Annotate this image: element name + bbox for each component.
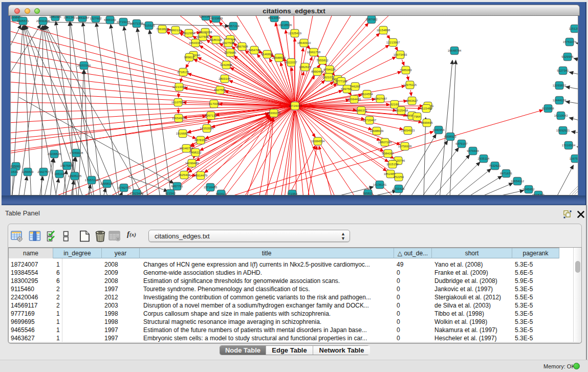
svg-text:7632621: 7632621 xyxy=(489,164,501,167)
svg-text:9777169: 9777169 xyxy=(335,80,347,83)
svg-text:1156819: 1156819 xyxy=(22,170,34,173)
svg-text:145194: 145194 xyxy=(54,172,65,176)
svg-text:1362615: 1362615 xyxy=(299,65,311,69)
svg-text:8186328: 8186328 xyxy=(210,38,222,41)
svg-text:8938923: 8938923 xyxy=(444,135,456,138)
svg-text:9457791: 9457791 xyxy=(171,185,183,188)
svg-text:9115460: 9115460 xyxy=(421,107,433,110)
svg-text:8454749: 8454749 xyxy=(248,49,260,52)
svg-text:9242848: 9242848 xyxy=(220,63,232,67)
svg-text:26053346: 26053346 xyxy=(77,64,91,67)
svg-text:25300275: 25300275 xyxy=(267,112,281,115)
svg-text:12213967: 12213967 xyxy=(386,41,400,44)
svg-text:5498222: 5498222 xyxy=(189,151,202,154)
svg-text:8427552: 8427552 xyxy=(214,89,226,92)
svg-text:9327503: 9327503 xyxy=(197,35,209,38)
svg-text:10973493: 10973493 xyxy=(394,53,407,56)
svg-text:15716485: 15716485 xyxy=(204,186,217,189)
svg-text:14099489: 14099489 xyxy=(185,162,199,165)
svg-text:7964: 7964 xyxy=(413,115,421,118)
svg-text:17957225: 17957225 xyxy=(85,179,99,182)
svg-text:10807487: 10807487 xyxy=(374,97,387,100)
svg-text:921542: 921542 xyxy=(165,192,176,195)
svg-text:16648784: 16648784 xyxy=(448,49,462,52)
svg-text:16154808: 16154808 xyxy=(377,29,390,32)
svg-text:7663822: 7663822 xyxy=(156,28,168,31)
svg-text:2867608: 2867608 xyxy=(236,45,248,48)
svg-text:16782759: 16782759 xyxy=(117,186,131,189)
svg-text:10688609: 10688609 xyxy=(370,129,384,133)
svg-text:12444159: 12444159 xyxy=(553,99,567,102)
svg-text:6879197: 6879197 xyxy=(455,142,468,145)
svg-text:15692921: 15692921 xyxy=(556,129,570,132)
svg-text:8267130: 8267130 xyxy=(205,114,217,117)
svg-text:16914479: 16914479 xyxy=(194,174,208,177)
svg-text:8215958: 8215958 xyxy=(542,107,554,110)
svg-text:10654112: 10654112 xyxy=(511,180,525,183)
svg-text:9329946: 9329946 xyxy=(561,55,574,58)
svg-text:10654925: 10654925 xyxy=(172,117,186,120)
svg-text:12975115: 12975115 xyxy=(403,83,417,86)
svg-text:12353594: 12353594 xyxy=(200,127,214,130)
svg-text:8878352: 8878352 xyxy=(194,139,207,142)
svg-text:12093832: 12093832 xyxy=(553,84,567,87)
svg-text:830413: 830413 xyxy=(216,192,227,195)
svg-text:20364436: 20364436 xyxy=(347,98,361,101)
svg-text:20691406: 20691406 xyxy=(36,19,50,23)
svg-text:10719155: 10719155 xyxy=(117,20,130,24)
svg-text:1961342: 1961342 xyxy=(63,16,76,19)
svg-text:10756928: 10756928 xyxy=(398,145,412,148)
svg-text:391539: 391539 xyxy=(11,170,18,173)
svg-text:995821: 995821 xyxy=(363,192,374,195)
svg-text:17359928: 17359928 xyxy=(70,151,83,155)
svg-text:9474444: 9474444 xyxy=(467,149,479,152)
svg-text:1167535: 1167535 xyxy=(570,157,578,160)
svg-text:2718176: 2718176 xyxy=(177,71,189,74)
svg-text:12213369: 12213369 xyxy=(172,85,186,89)
svg-text:9227341: 9227341 xyxy=(557,69,569,72)
svg-text:14136141: 14136141 xyxy=(373,183,387,186)
svg-text:19166827: 19166827 xyxy=(176,132,190,135)
svg-text:1527602: 1527602 xyxy=(90,17,102,20)
svg-text:9146821: 9146821 xyxy=(261,53,273,56)
svg-text:8990448: 8990448 xyxy=(311,70,323,73)
svg-text:1615152: 1615152 xyxy=(386,163,399,166)
svg-text:9084067: 9084067 xyxy=(382,152,394,155)
svg-text:12905135: 12905135 xyxy=(68,174,82,178)
svg-text:7955812: 7955812 xyxy=(316,59,329,62)
svg-text:6794028: 6794028 xyxy=(323,68,336,71)
svg-text:2087682: 2087682 xyxy=(365,18,378,21)
svg-text:20206526: 20206526 xyxy=(48,152,61,156)
svg-text:1081326: 1081326 xyxy=(49,16,61,18)
svg-text:8471676: 8471676 xyxy=(500,172,512,175)
svg-text:7986372: 7986372 xyxy=(355,109,367,112)
svg-text:2935114: 2935114 xyxy=(478,157,490,160)
svg-text:2803144: 2803144 xyxy=(219,77,231,80)
svg-text:18807249: 18807249 xyxy=(378,141,392,144)
svg-text:8660124: 8660124 xyxy=(169,29,182,32)
svg-text:917006: 917006 xyxy=(209,102,220,105)
svg-text:15720407: 15720407 xyxy=(363,119,377,122)
svg-text:19218506: 19218506 xyxy=(278,24,292,27)
svg-text:9327508: 9327508 xyxy=(222,41,234,45)
svg-text:10671355: 10671355 xyxy=(130,22,144,25)
svg-text:16210643: 16210643 xyxy=(554,114,568,117)
svg-text:9375685: 9375685 xyxy=(224,51,236,54)
svg-text:3624554: 3624554 xyxy=(361,93,373,96)
svg-text:835061: 835061 xyxy=(11,165,21,168)
svg-text:1151203: 1151203 xyxy=(569,27,578,30)
svg-text:18640910: 18640910 xyxy=(297,41,311,45)
svg-text:15751074: 15751074 xyxy=(563,40,577,43)
svg-text:19384554: 19384554 xyxy=(311,140,325,143)
svg-text:16107553: 16107553 xyxy=(171,101,185,104)
svg-text:19975867: 19975867 xyxy=(60,164,74,167)
svg-text:1640954: 1640954 xyxy=(432,128,445,132)
svg-text:19654923: 19654923 xyxy=(401,129,415,132)
svg-text:11325419: 11325419 xyxy=(288,32,302,35)
svg-text:772354: 772354 xyxy=(287,192,298,195)
svg-text:17016504: 17016504 xyxy=(562,144,576,147)
svg-text:9618293: 9618293 xyxy=(532,193,545,195)
svg-text:7625402: 7625402 xyxy=(178,173,190,177)
svg-text:7515526: 7515526 xyxy=(143,24,155,27)
svg-text:23588520: 23588520 xyxy=(272,56,286,59)
